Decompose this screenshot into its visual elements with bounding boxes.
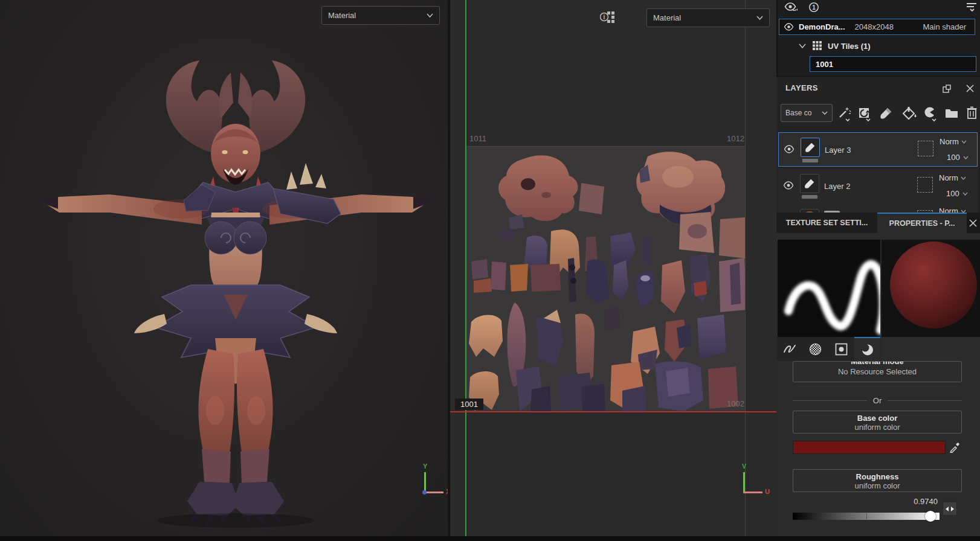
uv-axis-v-line <box>465 0 466 536</box>
eye-one-icon[interactable]: 1 <box>808 2 819 13</box>
viewport-uv[interactable]: 1011 1012 1001 1002 i Material V U <box>450 0 776 536</box>
axis-y-line <box>424 472 426 493</box>
magic-wand-icon[interactable] <box>837 106 852 122</box>
axis-y-label: Y <box>423 463 427 470</box>
material-sphere-icon <box>861 344 874 356</box>
axis-u-line <box>743 491 762 493</box>
model-character <box>0 0 448 536</box>
eye-icon[interactable] <box>784 23 794 31</box>
paint-layer-thumb-icon <box>805 142 816 153</box>
tab-properties[interactable]: PROPERTIES - P... <box>877 213 967 233</box>
layer-mask-placeholder[interactable] <box>917 177 933 193</box>
roughness-box[interactable]: Roughness uniform color <box>793 469 962 492</box>
chevron-down-icon <box>963 156 969 159</box>
layer-blend-mode[interactable]: Norm <box>939 173 966 182</box>
roughness-value[interactable]: 0.9740 <box>877 497 938 506</box>
svg-text:1: 1 <box>812 4 816 11</box>
swap-arrows-icon <box>946 506 954 512</box>
layer-channel-bar <box>802 159 818 162</box>
texture-set-shader: Main shader <box>923 22 966 31</box>
texture-set-resolution: 2048x2048 <box>855 22 894 31</box>
uv-tile-right-border <box>745 0 746 536</box>
axis-v-label: V <box>742 463 746 470</box>
tab-stencil[interactable] <box>828 337 854 361</box>
shading-mode-dropdown-uv[interactable]: Material <box>646 8 770 27</box>
chevron-down-icon <box>961 176 966 180</box>
axis-u-label: U <box>765 488 770 495</box>
viewport-3d[interactable]: Material Y X <box>0 0 448 536</box>
layer-thumbnail[interactable] <box>801 138 820 157</box>
uv-tile-number: 1001 <box>816 60 833 69</box>
uv-tile-info-icon[interactable]: i <box>600 10 616 25</box>
base-color-subtitle: uniform color <box>793 423 961 432</box>
tab-alpha[interactable] <box>802 337 828 361</box>
close-tab-icon[interactable] <box>969 219 977 227</box>
layer-opacity[interactable]: 100 <box>946 189 968 198</box>
tool-preview-tabs <box>776 337 881 361</box>
roughness-title: Roughness <box>793 472 961 481</box>
uv-tile-list-item[interactable]: 1001 <box>810 56 976 72</box>
folder-icon[interactable] <box>945 108 958 118</box>
tab-texture-set-settings[interactable]: TEXTURE SET SETTI... <box>776 213 877 233</box>
layer-visibility-icon[interactable] <box>783 181 794 190</box>
layer-name[interactable]: Layer 3 <box>825 146 851 155</box>
layer-thumbnail[interactable] <box>800 174 819 193</box>
tab-brush[interactable] <box>776 337 802 361</box>
base-color-swatch[interactable] <box>793 441 946 454</box>
uv-axis-u-line <box>450 411 776 412</box>
stencil-icon <box>835 343 848 356</box>
layers-panel-title: LAYERS <box>785 83 818 92</box>
properties-tabbar: TEXTURE SET SETTI... PROPERTIES - P... <box>776 213 980 233</box>
roughness-slider[interactable] <box>793 513 940 520</box>
base-color-box[interactable]: Base color uniform color <box>793 411 962 434</box>
close-panel-icon[interactable] <box>966 85 974 92</box>
color-picker-icon[interactable] <box>949 441 961 453</box>
uv-islands <box>466 147 745 412</box>
brush-stroke-preview[interactable] <box>778 240 880 337</box>
material-preview[interactable] <box>882 240 980 337</box>
fill-layer-icon[interactable] <box>857 106 872 122</box>
slider-midpoint-tick <box>866 513 867 519</box>
alpha-sphere-icon <box>809 343 822 356</box>
brush-stroke-icon <box>783 344 796 354</box>
float-panel-icon[interactable] <box>943 85 951 93</box>
paint-layer-icon[interactable] <box>880 107 892 120</box>
collapse-chevron-icon[interactable] <box>799 43 806 48</box>
layer-visibility-icon[interactable] <box>784 145 795 153</box>
roughness-subtitle: uniform color <box>793 481 961 490</box>
axis-x-line <box>424 491 443 493</box>
paint-layer-thumb-icon <box>804 178 815 189</box>
material-mode-box[interactable]: Material mode No Resource Selected <box>793 361 962 382</box>
no-resource-label: No Resource Selected <box>793 367 961 376</box>
uv-tile-label-1011: 1011 <box>469 134 486 143</box>
axis-gizmo-3d: Y X <box>416 463 450 499</box>
fill-bucket-icon[interactable] <box>903 107 917 120</box>
layer-row-3[interactable]: Layer 3 Norm 100 <box>778 132 978 167</box>
eye-sync-icon[interactable] <box>784 1 798 13</box>
chevron-down-icon <box>961 140 967 144</box>
texture-set-row[interactable]: DemonDra... 2048x2048 Main shader <box>779 19 975 35</box>
layer-channel-bar <box>802 195 817 199</box>
material-sphere <box>890 242 977 328</box>
trash-icon[interactable] <box>967 106 977 119</box>
layer-mask-placeholder[interactable] <box>918 141 933 156</box>
layer-opacity[interactable]: 100 <box>947 153 969 162</box>
uv-grid-icon <box>813 41 822 50</box>
value-range-toggle[interactable] <box>943 502 957 516</box>
layer-name[interactable]: Layer 2 <box>824 182 850 191</box>
shading-mode-dropdown-3d[interactable]: Material <box>321 6 440 25</box>
effects-icon[interactable] <box>924 106 939 122</box>
texture-set-name: DemonDra... <box>799 22 845 31</box>
channel-filter-dropdown[interactable]: Base co <box>781 104 833 122</box>
uv-tile-label-1001: 1001 <box>455 399 483 410</box>
roughness-slider-handle[interactable] <box>925 511 936 522</box>
tab-material[interactable] <box>854 337 880 361</box>
layer-row-2[interactable]: Layer 2 Norm 100 <box>778 169 978 203</box>
shading-mode-label-3d: Material <box>328 11 356 20</box>
filter-list-icon[interactable] <box>965 2 978 13</box>
layer-blend-mode[interactable]: Norm <box>940 137 967 146</box>
base-color-title: Base color <box>793 414 961 423</box>
chevron-down-icon <box>962 192 968 196</box>
chevron-down-icon <box>822 111 828 115</box>
substance-painter-window: Material Y X <box>0 0 980 541</box>
